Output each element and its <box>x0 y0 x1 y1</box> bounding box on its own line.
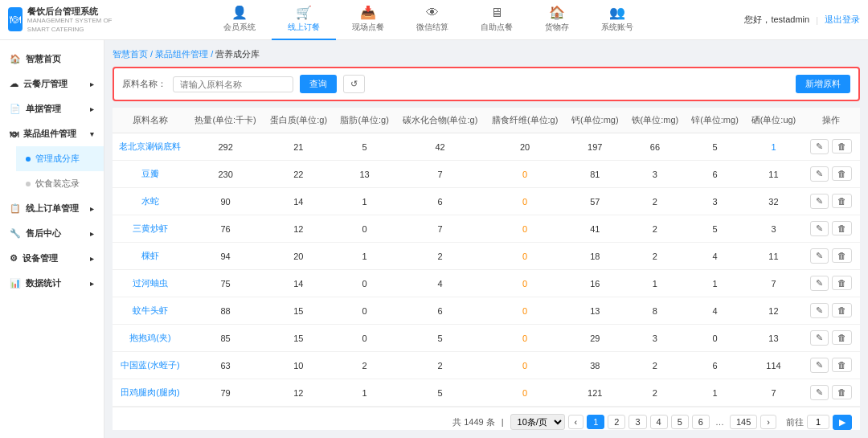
delete-button-9[interactable]: 🗑 <box>832 385 852 399</box>
sidebar-group-title-4[interactable]: 🔧售后中心▸ <box>0 221 104 246</box>
sidebar-home-label: 智慧首页 <box>26 53 61 65</box>
breadcrumb-item-1[interactable]: 菜品组件管理 <box>155 49 208 59</box>
nav-item-self-order[interactable]: 🖥自助点餐 <box>465 0 529 40</box>
edit-button-6[interactable]: ✎ <box>810 303 829 318</box>
cell-4-8: 4 <box>685 243 745 270</box>
sidebar-group-title-6[interactable]: 📊数据统计▸ <box>0 271 104 296</box>
edit-button-2[interactable]: ✎ <box>810 194 829 209</box>
content-area: 智慧首页 / 菜品组件管理 / 营养成分库 原料名称： 查询 ↺ 新增原料 原料… <box>104 40 868 438</box>
cell-2-2: 14 <box>263 188 334 215</box>
cell-9-6: 121 <box>565 379 625 407</box>
edit-button-7[interactable]: ✎ <box>810 330 829 346</box>
cell-6-9: 12 <box>745 297 802 325</box>
cell-6-5: 0 <box>485 297 565 325</box>
breadcrumb-separator: / <box>208 49 215 59</box>
search-button[interactable]: 查询 <box>300 75 337 93</box>
page-btn-4[interactable]: 4 <box>650 415 668 429</box>
delete-button-4[interactable]: 🗑 <box>832 248 852 263</box>
edit-button-1[interactable]: ✎ <box>810 166 829 182</box>
cell-0-9: 1 <box>745 133 802 161</box>
next-page-btn[interactable]: › <box>760 415 776 429</box>
page-size-select[interactable]: 10条/页 20条/页 50条/页 <box>510 414 565 430</box>
greeting-text: 您好，testadmin <box>744 14 809 26</box>
page-jump-input[interactable] <box>807 415 829 429</box>
edit-button-5[interactable]: ✎ <box>810 276 829 291</box>
nav-item-order-online[interactable]: 🛒线上订餐 <box>272 0 336 40</box>
action-cell-2: ✎🗑 <box>802 188 860 215</box>
delete-button-5[interactable]: 🗑 <box>832 276 852 290</box>
page-btn-5[interactable]: 5 <box>671 415 689 429</box>
cell-9-0[interactable]: 田鸡腿肉(腿肉) <box>113 379 188 407</box>
delete-button-1[interactable]: 🗑 <box>832 166 852 181</box>
col-header-6: 钙(单位:mg) <box>565 108 625 133</box>
ingredient-input[interactable] <box>173 76 293 92</box>
action-cell-1: ✎🗑 <box>802 161 860 188</box>
nav-label-member: 会员系统 <box>223 22 256 33</box>
sidebar-sub-item-2-0[interactable]: 管理成分库 <box>16 146 104 171</box>
sidebar-group-title-1[interactable]: 📄单据管理▸ <box>0 96 104 121</box>
edit-button-8[interactable]: ✎ <box>810 358 829 373</box>
cell-7-6: 29 <box>565 325 625 352</box>
nav-item-site-info[interactable]: 📥现场点餐 <box>336 0 400 40</box>
sidebar-group-title-5[interactable]: ⚙设备管理▸ <box>0 246 104 271</box>
page-btn-1[interactable]: 1 <box>587 415 604 429</box>
add-ingredient-button[interactable]: 新增原料 <box>796 75 850 93</box>
cell-0-4: 42 <box>395 133 485 161</box>
reset-button[interactable]: ↺ <box>343 75 365 93</box>
page-btn-145[interactable]: 145 <box>730 415 757 429</box>
delete-button-3[interactable]: 🗑 <box>832 221 852 235</box>
nav-icon-site-info: 📥 <box>360 5 376 20</box>
cell-5-6: 16 <box>565 270 625 297</box>
page-btn-6[interactable]: 6 <box>692 415 710 429</box>
cell-7-0[interactable]: 抱抱鸡(夹) <box>113 325 188 352</box>
delete-button-6[interactable]: 🗑 <box>832 303 852 317</box>
nav-item-system[interactable]: 👥系统账号 <box>585 0 649 40</box>
table-row: 田鸡腿肉(腿肉)7912150121217✎🗑 <box>113 379 860 407</box>
edit-button-4[interactable]: ✎ <box>810 248 829 264</box>
sidebar-group-2: 🍽菜品组件管理▾管理成分库饮食装忘录 <box>0 121 104 196</box>
sidebar-sub-item-2-1[interactable]: 饮食装忘录 <box>16 171 104 196</box>
sidebar-home[interactable]: 🏠 智慧首页 <box>0 47 104 72</box>
sidebar-group-title-0[interactable]: ☁云餐厅管理▸ <box>0 72 104 96</box>
edit-button-9[interactable]: ✎ <box>810 385 829 400</box>
breadcrumb-item-0[interactable]: 智慧首页 <box>113 49 148 59</box>
delete-button-2[interactable]: 🗑 <box>832 194 852 208</box>
cell-8-0[interactable]: 中国蓝(水蛭子) <box>113 352 188 379</box>
nav-item-stock[interactable]: 🏠货物存 <box>529 0 585 40</box>
sidebar-group-title-2[interactable]: 🍽菜品组件管理▾ <box>0 121 104 146</box>
delete-button-8[interactable]: 🗑 <box>832 358 852 372</box>
cell-6-8: 4 <box>685 297 745 325</box>
cell-4-0[interactable]: 棵虾 <box>113 243 188 270</box>
nav-item-member[interactable]: 👤会员系统 <box>207 0 272 40</box>
action-cell-7: ✎🗑 <box>802 325 860 352</box>
page-jump-confirm[interactable]: ▶ <box>833 415 852 430</box>
nav-item-cashier[interactable]: 👁微信结算 <box>400 0 465 40</box>
cell-0-0[interactable]: 老北京涮锅底料 <box>113 133 188 161</box>
action-cell-8: ✎🗑 <box>802 352 860 379</box>
page-btn-3[interactable]: 3 <box>628 415 646 429</box>
page-btn-2[interactable]: 2 <box>608 415 625 429</box>
cell-2-4: 6 <box>395 188 485 215</box>
sidebar-group-title-3[interactable]: 📋线上订单管理▸ <box>0 196 104 221</box>
cell-2-0[interactable]: 水蛇 <box>113 188 188 215</box>
logo-icon: 🍽 <box>8 7 23 31</box>
cell-6-0[interactable]: 蚊牛头虾 <box>113 297 188 325</box>
nav-label-self-order: 自助点餐 <box>481 22 513 33</box>
cell-0-7: 66 <box>625 133 686 161</box>
edit-button-0[interactable]: ✎ <box>810 139 829 154</box>
cell-5-0[interactable]: 过河蚰虫 <box>113 270 188 297</box>
cell-9-4: 5 <box>395 379 485 407</box>
edit-button-3[interactable]: ✎ <box>810 221 829 236</box>
logout-button[interactable]: 退出登录 <box>825 14 860 26</box>
nav-icon-cashier: 👁 <box>426 6 439 20</box>
cell-3-8: 5 <box>685 215 745 243</box>
cell-1-0[interactable]: 豆瓣 <box>113 161 188 188</box>
prev-page-btn[interactable]: ‹ <box>568 415 584 429</box>
delete-button-0[interactable]: 🗑 <box>832 139 852 154</box>
sidebar-group-5: ⚙设备管理▸ <box>0 246 104 271</box>
cell-7-7: 3 <box>625 325 686 352</box>
nav-icon-self-order: 🖥 <box>490 6 503 20</box>
delete-button-7[interactable]: 🗑 <box>832 330 852 345</box>
cell-8-3: 2 <box>334 352 395 379</box>
cell-3-0[interactable]: 三黄炒虾 <box>113 215 188 243</box>
